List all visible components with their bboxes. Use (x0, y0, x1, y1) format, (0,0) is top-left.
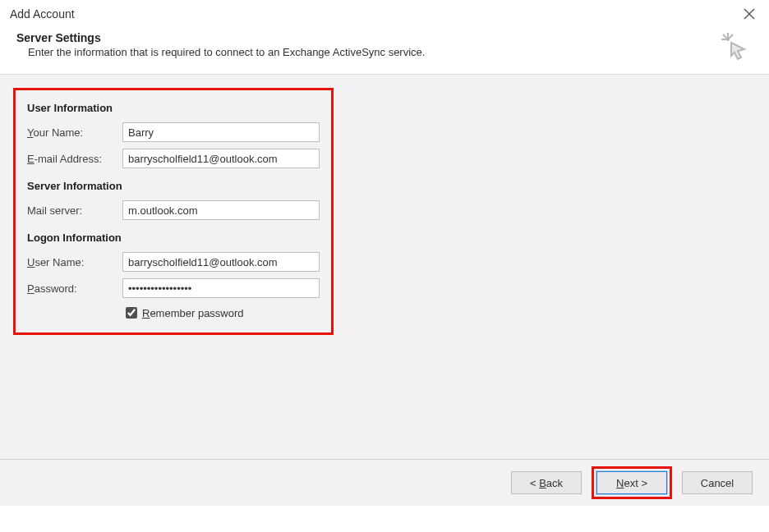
back-button[interactable]: < Back (511, 471, 582, 494)
content-area: User Information Your Name: E-mail Addre… (0, 75, 769, 459)
wizard-footer: < Back Next > Cancel (0, 460, 769, 506)
your-name-input[interactable] (122, 122, 320, 142)
email-input[interactable] (122, 149, 320, 168)
mail-server-input[interactable] (122, 200, 320, 220)
row-email: E-mail Address: (27, 149, 320, 168)
row-mail-server: Mail server: (27, 200, 320, 220)
header-text: Server Settings Enter the information th… (16, 31, 425, 58)
header-title: Server Settings (16, 31, 425, 44)
title-bar: Add Account (0, 0, 769, 23)
label-password: Password: (27, 282, 116, 295)
window-title: Add Account (10, 7, 75, 21)
password-input[interactable] (122, 278, 320, 298)
next-button[interactable]: Next > (596, 471, 667, 494)
label-mail-server: Mail server: (27, 204, 116, 217)
settings-form-highlight: User Information Your Name: E-mail Addre… (13, 88, 334, 335)
user-name-input[interactable] (122, 252, 320, 272)
svg-line-5 (729, 34, 733, 39)
row-password: Password: (27, 278, 320, 298)
cursor-spark-icon (720, 31, 749, 61)
cancel-button[interactable]: Cancel (682, 471, 753, 494)
next-button-highlight: Next > (592, 466, 672, 499)
header-subtitle: Enter the information that is required t… (28, 46, 425, 58)
server-info-heading: Server Information (27, 180, 320, 192)
row-remember: Remember password (27, 305, 320, 321)
label-remember: Remember password (142, 307, 244, 319)
wizard-header: Server Settings Enter the information th… (0, 23, 769, 71)
row-user-name: User Name: (27, 252, 320, 272)
label-user-name: User Name: (27, 256, 116, 268)
logon-info-heading: Logon Information (27, 232, 320, 244)
label-your-name: Your Name: (27, 126, 116, 139)
remember-checkbox[interactable] (126, 307, 137, 319)
user-info-heading: User Information (27, 102, 320, 114)
close-icon[interactable] (738, 4, 761, 24)
row-your-name: Your Name: (27, 122, 320, 142)
label-email: E-mail Address: (27, 153, 116, 165)
